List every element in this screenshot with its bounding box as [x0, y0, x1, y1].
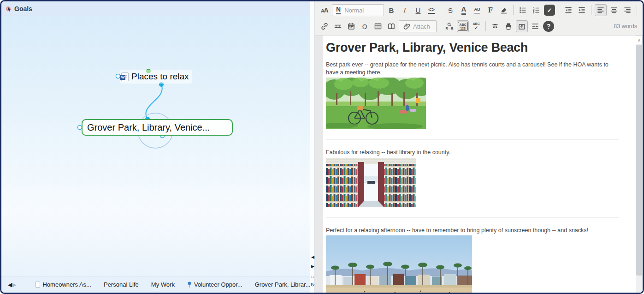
notes-toolbar: AA N Normal B I U <> S A AB F [315, 1, 643, 36]
paragraph-style-dropdown[interactable]: N Normal [332, 4, 384, 16]
toolbar-separator [559, 5, 559, 15]
toolbar-separator [440, 21, 440, 31]
underline-icon[interactable]: U [412, 4, 424, 16]
word-count: 83 words [614, 23, 639, 30]
thought-tab-bar: ◀ ▶ Homeowners As... Personal Life My Wo… [1, 276, 310, 293]
collapse-whitespace-icon[interactable] [529, 20, 541, 32]
outdent-icon[interactable] [562, 4, 574, 16]
app-window: Goals W Places to relax Grover Park, [0, 0, 644, 294]
panel-splitter[interactable]: ◀ ▶ ↔ ↻ [310, 1, 315, 293]
node-places-to-relax[interactable]: W Places to relax [120, 70, 192, 84]
tab-my-work[interactable]: My Work [151, 281, 175, 288]
reader-mode-icon[interactable] [489, 20, 501, 32]
tab-volunteer[interactable]: Volunteer Oppor... [187, 281, 242, 288]
note-paragraph: Best park ever -- great place for the ne… [326, 61, 619, 76]
note-editor[interactable]: Grover Park, Library, Venice Beach Best … [315, 36, 636, 293]
goals-panel-title: Goals [14, 5, 32, 12]
tab-homeowners[interactable]: Homeowners As... [35, 281, 91, 288]
tabs-forward-arrow[interactable]: ▶ [12, 282, 16, 288]
node-label: Places to relax [131, 72, 189, 82]
style-value: Normal [344, 7, 364, 14]
insert-table-icon[interactable] [372, 20, 384, 32]
node-label: Grover Park, Library, Venice... [87, 122, 210, 133]
jump-gate-circle [116, 74, 120, 78]
notes-scrollbar[interactable]: ∧ [636, 36, 643, 293]
attach-button[interactable]: Attach [399, 20, 437, 32]
collapse-left-arrow[interactable]: ◀ [311, 255, 315, 259]
font-icon[interactable]: F [484, 4, 496, 16]
insert-link-icon[interactable] [319, 20, 331, 32]
bold-icon[interactable]: B [385, 4, 397, 16]
goals-target-icon [6, 6, 12, 12]
help-icon[interactable]: ? [543, 20, 555, 32]
indent-icon[interactable] [576, 4, 588, 16]
highlight-color-icon[interactable]: AB [471, 4, 483, 16]
font-size-icon[interactable]: AA [319, 4, 331, 16]
note-paragraph: Fabulous for relaxing -- best library in… [326, 149, 619, 156]
node-grover-park-selected[interactable]: Grover Park, Library, Venice... [82, 119, 233, 136]
goals-panel: Goals W Places to relax Grover Park, [1, 1, 310, 293]
italic-icon[interactable]: I [399, 4, 411, 16]
mindmap-links-layer [1, 16, 310, 276]
scroll-up-button[interactable]: ∧ [636, 36, 643, 44]
toolbar-row-1: AA N Normal B I U <> S A AB F [319, 3, 639, 18]
toolbar-separator [591, 5, 591, 15]
collapse-right-arrow[interactable]: ▶ [311, 264, 315, 269]
paperclip-icon [403, 23, 411, 30]
special-character-icon[interactable]: Ω [359, 20, 371, 32]
checklist-icon[interactable]: ✓ [544, 4, 555, 16]
tab-grover-park[interactable]: Grover Park, Librar... [255, 281, 311, 288]
horizontal-rule-icon[interactable] [332, 20, 344, 32]
toolbar-separator [513, 5, 514, 15]
page-icon [35, 282, 40, 288]
find-replace-icon[interactable]: R→B [443, 20, 455, 32]
word-document-icon: W [121, 72, 129, 81]
print-icon[interactable] [502, 20, 514, 32]
strikethrough-icon[interactable]: S [444, 4, 456, 16]
align-center-icon[interactable] [608, 4, 620, 16]
autoformat-numbers-icon[interactable]: ABC123 [457, 20, 469, 32]
mindmap-canvas[interactable]: W Places to relax Grover Park, Library, … [1, 16, 310, 276]
align-left-icon[interactable] [595, 4, 607, 16]
toolbar-separator [485, 21, 486, 31]
scrollbar-thumb[interactable] [636, 45, 642, 276]
attach-label: Attach [413, 23, 430, 30]
bullet-list-icon[interactable] [517, 4, 529, 16]
park-photo[interactable] [326, 78, 426, 129]
pop-out-icon[interactable] [516, 20, 528, 32]
toolbar-separator [441, 5, 441, 15]
toolbar-separator [637, 5, 637, 15]
style-n-icon: N [336, 6, 341, 14]
note-paragraph: Perfect for a relaxing afternoon -- have… [326, 227, 619, 234]
tabs-back-arrow[interactable]: ◀ [8, 282, 12, 288]
dictionary-icon[interactable] [385, 20, 397, 32]
notes-panel: AA N Normal B I U <> S A AB F [315, 1, 643, 293]
section-divider [326, 217, 619, 217]
library-photo[interactable] [326, 158, 416, 207]
pin-icon [187, 282, 192, 288]
section-divider [326, 139, 619, 139]
tabs-list: Homeowners As... Personal Life My Work V… [35, 281, 310, 288]
goals-panel-header: Goals [1, 1, 310, 16]
note-title: Grover Park, Library, Venice Beach [326, 41, 619, 55]
inline-code-icon[interactable]: <> [425, 4, 437, 16]
text-color-icon[interactable]: A [458, 4, 470, 16]
insert-date-icon[interactable] [345, 20, 357, 32]
numbered-list-icon[interactable] [530, 4, 542, 16]
clear-formatting-icon[interactable] [498, 4, 510, 16]
venice-beach-photo[interactable] [326, 235, 472, 293]
toolbar-row-2: Ω Attach R→B [319, 19, 639, 34]
align-right-icon[interactable] [621, 4, 633, 16]
tab-personal-life[interactable]: Personal Life [104, 281, 139, 288]
spell-check-icon[interactable]: ABC✓ [470, 20, 482, 32]
